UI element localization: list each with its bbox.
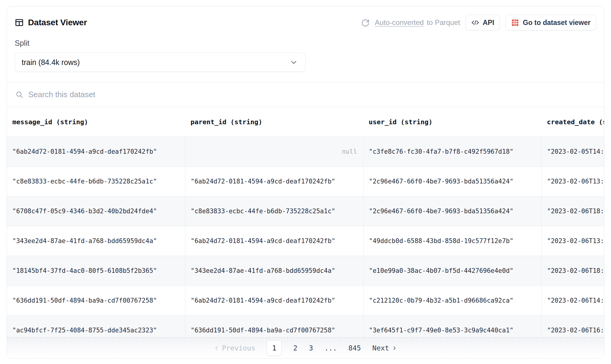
table-row: "ac94bfcf-7f25-4084-8755-dde345ac2323" "… [7,315,604,337]
api-button[interactable]: API [466,15,500,30]
page-button-1[interactable]: 1 [267,340,282,356]
table-cell: "18145bf4-37fd-4ac0-80f5-6108b5f2b365" [7,256,185,285]
code-icon [471,19,479,26]
chevron-down-icon [290,58,298,66]
chevron-left-icon [214,346,219,351]
next-page-button[interactable]: Next [372,344,397,352]
page-button-2[interactable]: 2 [293,344,297,352]
auto-converted-link[interactable]: Auto-converted [375,18,424,27]
table-icon [15,18,24,27]
data-table-viewport: message_id (string) parent_id (string) u… [7,107,604,337]
table-cell: "6708c47f-05c9-4346-b3d2-40b2bd24fde4" [7,196,185,226]
table-cell: "343ee2d4-87ae-41fd-a768-bdd65959dc4a" [7,226,185,256]
table-cell: "2023-02-06T18:4 [541,196,604,226]
viewer-button-label: Go to dataset viewer [523,19,591,27]
search-bar [7,82,604,107]
column-header-message-id[interactable]: message_id (string) [7,107,185,137]
page-button-845[interactable]: 845 [349,344,361,352]
table-cell: "c3fe8c76-fc30-4fa7-b7f8-c492f5967d18" [363,137,541,166]
table-cell: "e10e99a0-38ac-4b07-bf5d-4427696e4e0d" [363,256,541,285]
table-row: "c8e83833-ecbc-44fe-b6db-735228c25a1c" "… [7,166,604,196]
column-header-user-id[interactable]: user_id (string) [363,107,541,137]
search-input[interactable] [28,90,596,99]
dataset-viewer-card: Dataset Viewer Auto-converted to Parquet [7,6,604,359]
table-cell: "2023-02-06T16:4 [541,315,604,337]
table-cell: "2023-02-06T18:5 [541,256,604,285]
table-cell: "636dd191-50df-4894-ba9a-cd7f00767258" [185,315,363,337]
table-cell: "ac94bfcf-7f25-4084-8755-dde345ac2323" [7,315,185,337]
table-cell: "2023-02-06T13:3 [541,226,604,256]
pagination-ellipsis: ... [324,344,337,352]
table-row: "343ee2d4-87ae-41fd-a768-bdd65959dc4a" "… [7,226,604,256]
search-icon [15,91,23,99]
table-row: "18145bf4-37fd-4ac0-80f5-6108b5f2b365" "… [7,256,604,285]
table-row: "6ab24d72-0181-4594-a9cd-deaf170242fb" n… [7,137,604,166]
data-table: message_id (string) parent_id (string) u… [7,107,604,337]
table-cell: null [185,137,363,166]
table-cell: "c8e83833-ecbc-44fe-b6db-735228c25a1c" [185,196,363,226]
column-header-created-date[interactable]: created_date (string) [541,107,604,137]
table-cell: "636dd191-50df-4894-ba9a-cd7f00767258" [7,285,185,315]
table-cell: "49ddcb0d-6588-43bd-858d-19c577f12e7b" [363,226,541,256]
table-row: "636dd191-50df-4894-ba9a-cd7f00767258" "… [7,285,604,315]
table-cell: "3ef645f1-c9f7-49e0-8e53-3c9a9c440ca1" [363,315,541,337]
table-cell: "2023-02-06T14:2 [541,285,604,315]
auto-converted-note: Auto-converted to Parquet [375,18,460,27]
card-header: Dataset Viewer Auto-converted to Parquet [7,6,604,72]
table-row: "6708c47f-05c9-4346-b3d2-40b2bd24fde4" "… [7,196,604,226]
table-cell: "6ab24d72-0181-4594-a9cd-deaf170242fb" [185,166,363,196]
chevron-right-icon [392,346,397,351]
previous-page-button[interactable]: Previous [214,344,256,352]
table-cell: "343ee2d4-87ae-41fd-a768-bdd65959dc4a" [185,256,363,285]
table-cell: "c8e83833-ecbc-44fe-b6db-735228c25a1c" [7,166,185,196]
api-button-label: API [483,19,494,27]
table-header-row: message_id (string) parent_id (string) u… [7,107,604,137]
table-cell: "2023-02-05T14:2 [541,137,604,166]
table-cell: "6ab24d72-0181-4594-a9cd-deaf170242fb" [185,285,363,315]
split-select[interactable]: train (84.4k rows) [15,53,306,72]
table-cell: "c212120c-0b79-4b32-a5b1-d96686ca92ca" [363,285,541,315]
page-title: Dataset Viewer [28,18,87,27]
split-select-value: train (84.4k rows) [22,58,80,67]
table-cell: "2c96e467-66f0-4be7-9693-bda51356a424" [363,196,541,226]
pagination-bar: Previous 1 2 3 ... 845 Next [7,337,604,358]
column-header-parent-id[interactable]: parent_id (string) [185,107,363,137]
grid-icon [511,19,519,27]
refresh-icon [361,19,369,27]
table-cell: "6ab24d72-0181-4594-a9cd-deaf170242fb" [185,226,363,256]
page-button-3[interactable]: 3 [309,344,313,352]
table-cell: "6ab24d72-0181-4594-a9cd-deaf170242fb" [7,137,185,166]
split-label: Split [15,39,596,48]
go-to-dataset-viewer-button[interactable]: Go to dataset viewer [505,15,596,30]
table-cell: "2c96e467-66f0-4be7-9693-bda51356a424" [363,166,541,196]
table-cell: "2023-02-06T13:5 [541,166,604,196]
